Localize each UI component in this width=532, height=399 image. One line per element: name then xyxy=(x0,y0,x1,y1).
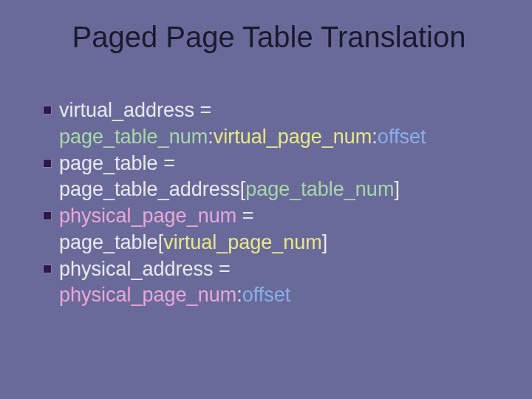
list-item-line1: physical_page_num = xyxy=(59,204,253,229)
text-plain: : xyxy=(208,126,214,148)
list-item-line1: page_table = xyxy=(59,151,175,177)
slide-title: Paged Page Table Translation xyxy=(35,21,502,54)
text-plain: ] xyxy=(322,231,328,253)
list-item-line2: page_table[virtual_page_num] xyxy=(59,231,327,256)
text-plain: : xyxy=(236,284,242,306)
text-highlight-green: page_table_num xyxy=(59,126,208,148)
list-item: physical_address = xyxy=(43,257,502,282)
list-item-continuation: page_table_address[page_table_num] xyxy=(43,177,502,202)
list-item: page_table = xyxy=(43,151,502,177)
text-highlight-blue: offset xyxy=(378,126,426,148)
list-item-line2: page_table_address[page_table_num] xyxy=(59,177,400,202)
list-item: physical_page_num = xyxy=(43,204,502,229)
text-highlight-green: page_table_num xyxy=(245,178,394,200)
slide: Paged Page Table Translation virtual_add… xyxy=(0,0,532,399)
bullet-icon xyxy=(43,211,52,220)
text-plain: page_table[ xyxy=(59,231,163,253)
list-item-line1: physical_address = xyxy=(59,257,231,282)
bullet-icon xyxy=(43,106,52,115)
text-plain: = xyxy=(236,205,253,227)
list-item-line2: physical_page_num:offset xyxy=(59,283,290,308)
list-item-continuation: page_table_num:virtual_page_num:offset xyxy=(43,125,502,150)
text-plain: : xyxy=(372,126,378,148)
bullet-icon xyxy=(43,265,52,273)
text-plain: page_table_address[ xyxy=(59,178,245,200)
list-item-line2: page_table_num:virtual_page_num:offset xyxy=(59,125,426,150)
slide-content: virtual_address = page_table_num:virtual… xyxy=(35,98,502,308)
list-item-continuation: physical_page_num:offset xyxy=(43,283,502,308)
list-item-continuation: page_table[virtual_page_num] xyxy=(43,231,502,256)
text-highlight-yellow: virtual_page_num xyxy=(163,231,322,253)
list-item-line1: virtual_address = xyxy=(59,98,211,123)
text-plain: ] xyxy=(394,178,400,200)
text-highlight-pink: physical_page_num xyxy=(59,205,236,227)
bullet-icon xyxy=(43,159,52,168)
text-highlight-pink: physical_page_num xyxy=(59,284,236,306)
text-highlight-blue: offset xyxy=(242,284,291,306)
text-highlight-yellow: virtual_page_num xyxy=(214,126,372,148)
list-item: virtual_address = xyxy=(43,98,502,123)
